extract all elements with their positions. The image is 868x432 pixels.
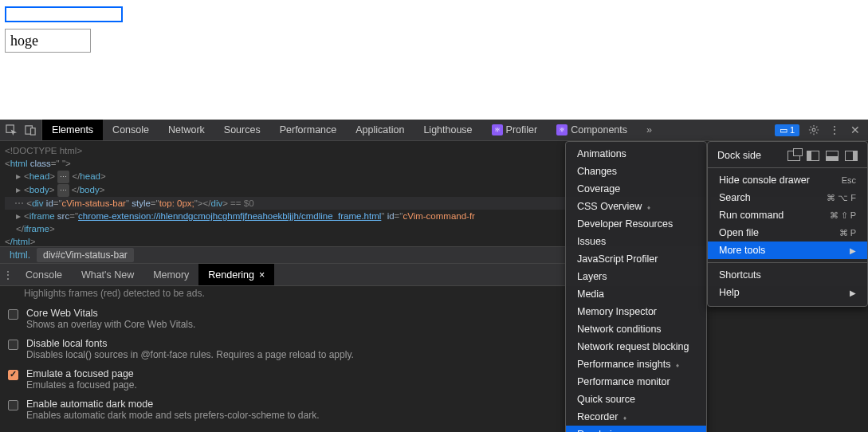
submenu-item-javascript-profiler[interactable]: JavaScript Profiler bbox=[566, 250, 706, 268]
option-title: Disable local fonts bbox=[26, 338, 354, 349]
tab-profiler[interactable]: ⚛Profiler bbox=[482, 120, 548, 140]
tab-components[interactable]: ⚛Components bbox=[547, 120, 637, 140]
rendering-panel: Highlights frames (red) detected to be a… bbox=[0, 286, 868, 431]
drawer-tab-rendering[interactable]: Rendering× bbox=[198, 264, 274, 285]
submenu-item-coverage[interactable]: Coverage bbox=[566, 180, 706, 198]
menu-run-command[interactable]: Run command⌘ ⇧ P bbox=[708, 206, 867, 224]
svg-point-3 bbox=[812, 128, 815, 132]
submenu-arrow-icon: ▶ bbox=[850, 246, 856, 255]
dock-bottom-icon[interactable] bbox=[826, 151, 839, 161]
submenu-item-rendering[interactable]: Rendering bbox=[566, 426, 706, 432]
attr-id: id bbox=[44, 198, 53, 208]
option-title: Emulate a focused page bbox=[26, 368, 137, 379]
issues-badge[interactable]: ▭1 bbox=[775, 124, 799, 136]
tab-lighthouse[interactable]: Lighthouse bbox=[414, 120, 481, 140]
tab-profiler-label: Profiler bbox=[506, 124, 538, 135]
option-desc: Shows an overlay with Core Web Vitals. bbox=[26, 319, 195, 330]
expand-icon[interactable]: ▸ bbox=[16, 170, 24, 183]
submenu-item-performance-insights[interactable]: Performance insights⬧ bbox=[566, 355, 706, 373]
tab-console[interactable]: Console bbox=[103, 120, 159, 140]
tag-iframe-c: iframe bbox=[24, 224, 49, 234]
experimental-icon: ⬧ bbox=[623, 413, 627, 422]
tab-elements[interactable]: Elements bbox=[42, 120, 103, 140]
checkbox-auto-dark-mode[interactable] bbox=[8, 400, 18, 410]
menu-search[interactable]: Search⌘ ⌥ F bbox=[708, 189, 867, 206]
page-input-focused[interactable] bbox=[5, 6, 123, 22]
submenu-item-recorder[interactable]: Recorder⬧ bbox=[566, 408, 706, 426]
submenu-item-media[interactable]: Media bbox=[566, 285, 706, 303]
dock-left-icon[interactable] bbox=[807, 151, 819, 161]
tab-overflow[interactable]: » bbox=[637, 120, 662, 140]
checkbox-emulate-focused-page[interactable] bbox=[8, 370, 18, 380]
menu-shortcut: ⌘ P bbox=[839, 228, 856, 238]
tab-network[interactable]: Network bbox=[159, 120, 214, 140]
submenu-item-issues[interactable]: Issues bbox=[566, 233, 706, 250]
close-devtools-icon[interactable]: ✕ bbox=[849, 124, 862, 136]
crumb-html[interactable]: html. bbox=[3, 248, 37, 262]
submenu-item-quick-source[interactable]: Quick source bbox=[566, 391, 706, 408]
checkbox-disable-local-fonts[interactable] bbox=[8, 340, 18, 350]
devtools-tabs: Elements Console Network Sources Perform… bbox=[42, 120, 768, 140]
tag-head: head bbox=[29, 171, 50, 181]
dock-popout-icon[interactable] bbox=[787, 151, 800, 161]
tab-components-label: Components bbox=[571, 124, 627, 135]
devtools-panel: Elements Console Network Sources Perform… bbox=[0, 120, 868, 432]
menu-separator bbox=[708, 262, 867, 263]
option-disable-local-fonts: Disable local fontsDisables local() sour… bbox=[8, 334, 860, 364]
attr-id2: id bbox=[384, 211, 394, 221]
tab-application[interactable]: Application bbox=[346, 120, 414, 140]
menu-label: Open file bbox=[719, 227, 759, 238]
devtools-tab-bar: Elements Console Network Sources Perform… bbox=[0, 120, 868, 141]
submenu-item-developer-resources[interactable]: Developer Resources bbox=[566, 215, 706, 233]
dock-side-label: Dock side bbox=[717, 150, 761, 161]
expand-icon[interactable]: ▸ bbox=[16, 183, 24, 196]
menu-shortcut: ⌘ ⇧ P bbox=[830, 210, 856, 221]
menu-open-file[interactable]: Open file⌘ P bbox=[708, 224, 867, 242]
id-val: cVim-status-bar bbox=[62, 198, 126, 208]
menu-separator bbox=[708, 167, 867, 168]
attr-style: style bbox=[129, 198, 151, 208]
collapsed-icon[interactable]: ⋯ bbox=[57, 171, 69, 183]
inspect-element-icon[interactable] bbox=[5, 124, 18, 136]
devtools-main-menu: Dock side Hide console drawerEsc Search⌘… bbox=[707, 141, 868, 307]
submenu-item-animations[interactable]: Animations bbox=[566, 145, 706, 163]
close-tab-icon[interactable]: × bbox=[259, 269, 265, 281]
doctype-text: <!DOCTYPE html> bbox=[5, 146, 82, 155]
drawer-tab-console[interactable]: Console bbox=[16, 264, 72, 285]
tag-head-c: head bbox=[80, 171, 100, 181]
submenu-item-performance-monitor[interactable]: Performance monitor bbox=[566, 373, 706, 391]
settings-gear-icon[interactable] bbox=[807, 124, 820, 136]
experimental-icon: ⬧ bbox=[646, 202, 651, 211]
eq: =" bbox=[51, 159, 60, 168]
device-toolbar-icon[interactable] bbox=[24, 124, 37, 136]
submenu-item-changes[interactable]: Changes bbox=[566, 163, 706, 180]
menu-help[interactable]: Help▶ bbox=[708, 284, 867, 301]
menu-more-tools[interactable]: More tools▶ bbox=[708, 242, 867, 259]
page-input-hoge[interactable] bbox=[5, 29, 91, 53]
submenu-item-network-request-blocking[interactable]: Network request blocking bbox=[566, 338, 706, 355]
iframe-src-val: chrome-extension://ihlenndgcmojhcghmfjfn… bbox=[78, 211, 381, 221]
expand-icon[interactable]: ▸ bbox=[16, 210, 24, 222]
collapsed-icon[interactable]: ⋯ bbox=[57, 184, 69, 197]
option-title: Core Web Vitals bbox=[26, 308, 195, 319]
drawer-tab-memory[interactable]: Memory bbox=[143, 264, 198, 285]
submenu-item-network-conditions[interactable]: Network conditions bbox=[566, 320, 706, 338]
tag-iframe: iframe bbox=[29, 211, 55, 221]
crumb-selected[interactable]: div#cVim-status-bar bbox=[37, 248, 134, 262]
issues-icon: ▭ bbox=[780, 125, 787, 135]
more-menu-icon[interactable]: ⋮ bbox=[828, 124, 841, 136]
menu-hide-drawer[interactable]: Hide console drawerEsc bbox=[708, 171, 867, 189]
checkbox-core-web-vitals[interactable] bbox=[8, 309, 18, 320]
drawer-tab-whatsnew[interactable]: What's New bbox=[72, 264, 143, 285]
menu-label: More tools bbox=[719, 245, 765, 256]
menu-shortcuts[interactable]: Shortcuts bbox=[708, 266, 867, 284]
tab-sources[interactable]: Sources bbox=[214, 120, 270, 140]
dock-right-icon[interactable] bbox=[845, 151, 858, 161]
option-core-web-vitals: Core Web VitalsShows an overlay with Cor… bbox=[8, 304, 860, 334]
drawer-more-icon[interactable]: ⋮ bbox=[0, 264, 16, 285]
submenu-item-css-overview[interactable]: CSS Overview⬧ bbox=[566, 198, 706, 215]
tab-performance[interactable]: Performance bbox=[270, 120, 347, 140]
submenu-item-memory-inspector[interactable]: Memory Inspector bbox=[566, 303, 706, 320]
submenu-item-layers[interactable]: Layers bbox=[566, 268, 706, 285]
submenu-arrow-icon: ▶ bbox=[850, 289, 856, 297]
